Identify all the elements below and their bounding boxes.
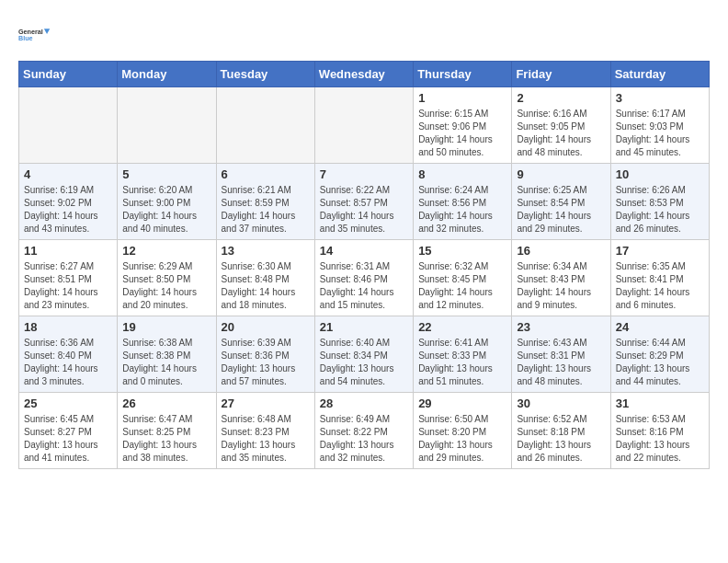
week-row-2: 4Sunrise: 6:19 AM Sunset: 9:02 PM Daylig… (19, 164, 710, 240)
calendar-cell (314, 87, 413, 164)
day-number: 1 (418, 91, 506, 105)
calendar-cell: 24Sunrise: 6:44 AM Sunset: 8:29 PM Dayli… (610, 316, 709, 393)
day-header-tuesday: Tuesday (216, 62, 314, 87)
day-number: 28 (320, 396, 408, 410)
calendar-cell: 11Sunrise: 6:27 AM Sunset: 8:51 PM Dayli… (19, 240, 118, 316)
day-number: 31 (616, 396, 704, 410)
day-number: 11 (24, 244, 112, 258)
day-number: 24 (616, 320, 704, 334)
logo: GeneralBlue (18, 18, 51, 52)
calendar-cell: 8Sunrise: 6:24 AM Sunset: 8:56 PM Daylig… (414, 164, 512, 240)
day-info: Sunrise: 6:25 AM Sunset: 8:54 PM Dayligh… (517, 184, 605, 236)
day-info: Sunrise: 6:15 AM Sunset: 9:06 PM Dayligh… (418, 108, 506, 159)
day-number: 8 (418, 167, 506, 181)
day-info: Sunrise: 6:52 AM Sunset: 8:18 PM Dayligh… (517, 413, 605, 465)
calendar-cell: 23Sunrise: 6:43 AM Sunset: 8:31 PM Dayli… (512, 316, 610, 393)
day-number: 13 (222, 244, 310, 258)
day-number: 26 (122, 396, 210, 410)
logo-icon: GeneralBlue (18, 18, 51, 52)
day-number: 9 (517, 167, 605, 181)
calendar-cell: 29Sunrise: 6:50 AM Sunset: 8:20 PM Dayli… (414, 393, 512, 469)
calendar-cell: 13Sunrise: 6:30 AM Sunset: 8:48 PM Dayli… (216, 240, 314, 316)
day-number: 16 (517, 244, 605, 258)
calendar-cell: 6Sunrise: 6:21 AM Sunset: 8:59 PM Daylig… (216, 164, 314, 240)
day-info: Sunrise: 6:40 AM Sunset: 8:34 PM Dayligh… (320, 337, 408, 388)
calendar-cell: 15Sunrise: 6:32 AM Sunset: 8:45 PM Dayli… (414, 240, 512, 316)
day-number: 2 (517, 91, 605, 105)
day-header-friday: Friday (512, 62, 610, 87)
calendar-cell: 16Sunrise: 6:34 AM Sunset: 8:43 PM Dayli… (512, 240, 610, 316)
calendar-cell: 26Sunrise: 6:47 AM Sunset: 8:25 PM Dayli… (118, 393, 216, 469)
day-info: Sunrise: 6:35 AM Sunset: 8:41 PM Dayligh… (616, 260, 704, 312)
day-number: 5 (122, 167, 210, 181)
calendar-cell: 1Sunrise: 6:15 AM Sunset: 9:06 PM Daylig… (414, 87, 512, 164)
day-info: Sunrise: 6:36 AM Sunset: 8:40 PM Dayligh… (24, 337, 112, 388)
calendar-cell: 5Sunrise: 6:20 AM Sunset: 9:00 PM Daylig… (118, 164, 216, 240)
day-header-monday: Monday (118, 62, 216, 87)
calendar-cell: 14Sunrise: 6:31 AM Sunset: 8:46 PM Dayli… (314, 240, 413, 316)
day-info: Sunrise: 6:53 AM Sunset: 8:16 PM Dayligh… (616, 413, 704, 465)
calendar-cell: 2Sunrise: 6:16 AM Sunset: 9:05 PM Daylig… (512, 87, 610, 164)
svg-marker-2 (44, 29, 50, 34)
calendar-cell: 21Sunrise: 6:40 AM Sunset: 8:34 PM Dayli… (314, 316, 413, 393)
day-info: Sunrise: 6:19 AM Sunset: 9:02 PM Dayligh… (24, 184, 112, 236)
calendar-cell: 31Sunrise: 6:53 AM Sunset: 8:16 PM Dayli… (610, 393, 709, 469)
calendar-cell: 30Sunrise: 6:52 AM Sunset: 8:18 PM Dayli… (512, 393, 610, 469)
calendar-cell: 19Sunrise: 6:38 AM Sunset: 8:38 PM Dayli… (118, 316, 216, 393)
day-info: Sunrise: 6:47 AM Sunset: 8:25 PM Dayligh… (122, 413, 210, 465)
calendar-cell: 20Sunrise: 6:39 AM Sunset: 8:36 PM Dayli… (216, 316, 314, 393)
day-info: Sunrise: 6:30 AM Sunset: 8:48 PM Dayligh… (222, 260, 310, 312)
week-row-4: 18Sunrise: 6:36 AM Sunset: 8:40 PM Dayli… (19, 316, 710, 393)
day-info: Sunrise: 6:38 AM Sunset: 8:38 PM Dayligh… (122, 337, 210, 388)
day-info: Sunrise: 6:41 AM Sunset: 8:33 PM Dayligh… (418, 337, 506, 388)
day-number: 15 (418, 244, 506, 258)
day-number: 10 (616, 167, 704, 181)
day-info: Sunrise: 6:44 AM Sunset: 8:29 PM Dayligh… (616, 337, 704, 388)
svg-text:Blue: Blue (18, 34, 33, 42)
calendar-cell: 4Sunrise: 6:19 AM Sunset: 9:02 PM Daylig… (19, 164, 118, 240)
day-info: Sunrise: 6:32 AM Sunset: 8:45 PM Dayligh… (418, 260, 506, 312)
calendar-cell (19, 87, 118, 164)
calendar-cell: 10Sunrise: 6:26 AM Sunset: 8:53 PM Dayli… (610, 164, 709, 240)
day-info: Sunrise: 6:27 AM Sunset: 8:51 PM Dayligh… (24, 260, 112, 312)
header: GeneralBlue (18, 18, 710, 52)
day-info: Sunrise: 6:20 AM Sunset: 9:00 PM Dayligh… (122, 184, 210, 236)
day-info: Sunrise: 6:49 AM Sunset: 8:22 PM Dayligh… (320, 413, 408, 465)
calendar-table: SundayMondayTuesdayWednesdayThursdayFrid… (18, 61, 710, 469)
day-info: Sunrise: 6:26 AM Sunset: 8:53 PM Dayligh… (616, 184, 704, 236)
day-number: 4 (24, 167, 112, 181)
day-number: 17 (616, 244, 704, 258)
week-row-1: 1Sunrise: 6:15 AM Sunset: 9:06 PM Daylig… (19, 87, 710, 164)
day-header-wednesday: Wednesday (314, 62, 413, 87)
day-number: 3 (616, 91, 704, 105)
day-info: Sunrise: 6:16 AM Sunset: 9:05 PM Dayligh… (517, 108, 605, 159)
day-number: 18 (24, 320, 112, 334)
calendar-cell: 12Sunrise: 6:29 AM Sunset: 8:50 PM Dayli… (118, 240, 216, 316)
day-number: 6 (222, 167, 310, 181)
day-number: 23 (517, 320, 605, 334)
day-info: Sunrise: 6:48 AM Sunset: 8:23 PM Dayligh… (222, 413, 310, 465)
day-info: Sunrise: 6:22 AM Sunset: 8:57 PM Dayligh… (320, 184, 408, 236)
day-info: Sunrise: 6:29 AM Sunset: 8:50 PM Dayligh… (122, 260, 210, 312)
day-info: Sunrise: 6:21 AM Sunset: 8:59 PM Dayligh… (222, 184, 310, 236)
calendar-cell: 28Sunrise: 6:49 AM Sunset: 8:22 PM Dayli… (314, 393, 413, 469)
day-info: Sunrise: 6:43 AM Sunset: 8:31 PM Dayligh… (517, 337, 605, 388)
day-number: 14 (320, 244, 408, 258)
calendar-cell: 18Sunrise: 6:36 AM Sunset: 8:40 PM Dayli… (19, 316, 118, 393)
calendar-cell: 22Sunrise: 6:41 AM Sunset: 8:33 PM Dayli… (414, 316, 512, 393)
day-number: 22 (418, 320, 506, 334)
header-row: SundayMondayTuesdayWednesdayThursdayFrid… (19, 62, 710, 87)
day-number: 29 (418, 396, 506, 410)
day-number: 21 (320, 320, 408, 334)
day-number: 25 (24, 396, 112, 410)
calendar-cell: 25Sunrise: 6:45 AM Sunset: 8:27 PM Dayli… (19, 393, 118, 469)
calendar-cell: 9Sunrise: 6:25 AM Sunset: 8:54 PM Daylig… (512, 164, 610, 240)
day-info: Sunrise: 6:34 AM Sunset: 8:43 PM Dayligh… (517, 260, 605, 312)
day-header-saturday: Saturday (610, 62, 709, 87)
week-row-3: 11Sunrise: 6:27 AM Sunset: 8:51 PM Dayli… (19, 240, 710, 316)
day-header-thursday: Thursday (414, 62, 512, 87)
calendar-cell (118, 87, 216, 164)
day-info: Sunrise: 6:50 AM Sunset: 8:20 PM Dayligh… (418, 413, 506, 465)
day-info: Sunrise: 6:31 AM Sunset: 8:46 PM Dayligh… (320, 260, 408, 312)
week-row-5: 25Sunrise: 6:45 AM Sunset: 8:27 PM Dayli… (19, 393, 710, 469)
